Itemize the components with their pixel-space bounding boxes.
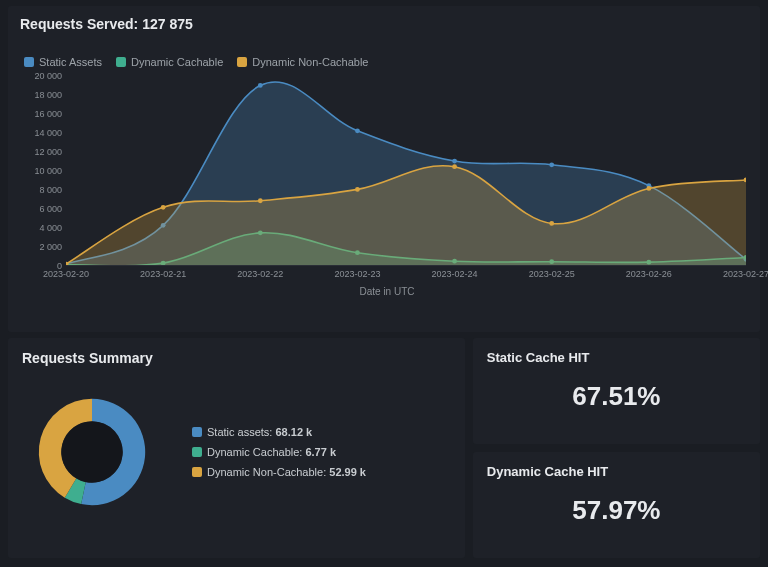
swatch-icon xyxy=(192,467,202,477)
area-chart-legend: Static Assets Dynamic Cachable Dynamic N… xyxy=(24,56,748,68)
svg-point-21 xyxy=(549,221,554,226)
donut-legend-item[interactable]: Dynamic Non-Cachable: 52.99 k xyxy=(192,466,366,478)
donut-legend-value: 6.77 k xyxy=(305,446,336,458)
svg-point-24 xyxy=(61,421,122,482)
donut-legend-item[interactable]: Static assets: 68.12 k xyxy=(192,426,366,438)
legend-label: Static Assets xyxy=(39,56,102,68)
requests-area-chart: 02 0004 0006 0008 00010 00012 00014 0001… xyxy=(22,76,752,296)
legend-label: Dynamic Non-Cachable xyxy=(252,56,368,68)
requests-served-panel: Requests Served: 127 875 Static Assets D… xyxy=(8,6,760,332)
svg-point-22 xyxy=(646,186,651,191)
swatch-icon xyxy=(192,447,202,457)
swatch-icon xyxy=(24,57,34,67)
static-cache-hit-value: 67.51% xyxy=(487,381,746,412)
requests-donut-chart xyxy=(22,382,162,522)
requests-summary-title: Requests Summary xyxy=(22,350,451,366)
requests-served-title: Requests Served: 127 875 xyxy=(20,16,748,32)
static-cache-hit-label: Static Cache HIT xyxy=(487,350,746,365)
x-axis-label: Date in UTC xyxy=(22,286,752,297)
donut-legend: Static assets: 68.12 kDynamic Cachable: … xyxy=(192,418,366,486)
donut-legend-value: 52.99 k xyxy=(329,466,366,478)
svg-point-17 xyxy=(161,205,166,210)
requests-summary-panel: Requests Summary Static assets: 68.12 kD… xyxy=(8,338,465,558)
donut-legend-value: 68.12 k xyxy=(275,426,312,438)
donut-legend-label: Dynamic Cachable: 6.77 k xyxy=(207,446,336,458)
svg-point-3 xyxy=(355,128,360,133)
legend-dynamic-cachable[interactable]: Dynamic Cachable xyxy=(116,56,223,68)
area-chart-plot xyxy=(66,76,746,266)
svg-point-4 xyxy=(452,159,457,164)
swatch-icon xyxy=(237,57,247,67)
legend-label: Dynamic Cachable xyxy=(131,56,223,68)
svg-point-5 xyxy=(549,162,554,167)
dynamic-cache-hit-value: 57.97% xyxy=(487,495,746,526)
svg-point-2 xyxy=(258,83,263,88)
swatch-icon xyxy=(116,57,126,67)
svg-point-18 xyxy=(258,198,263,203)
legend-dynamic-noncachable[interactable]: Dynamic Non-Cachable xyxy=(237,56,368,68)
static-cache-hit-panel: Static Cache HIT 67.51% xyxy=(473,338,760,444)
donut-legend-item[interactable]: Dynamic Cachable: 6.77 k xyxy=(192,446,366,458)
y-axis-ticks: 02 0004 0006 0008 00010 00012 00014 0001… xyxy=(22,76,62,266)
svg-point-19 xyxy=(355,187,360,192)
swatch-icon xyxy=(192,427,202,437)
dynamic-cache-hit-panel: Dynamic Cache HIT 57.97% xyxy=(473,452,760,558)
legend-static[interactable]: Static Assets xyxy=(24,56,102,68)
svg-point-20 xyxy=(452,164,457,169)
donut-legend-label: Dynamic Non-Cachable: 52.99 k xyxy=(207,466,366,478)
donut-legend-label: Static assets: 68.12 k xyxy=(207,426,312,438)
dynamic-cache-hit-label: Dynamic Cache HIT xyxy=(487,464,746,479)
